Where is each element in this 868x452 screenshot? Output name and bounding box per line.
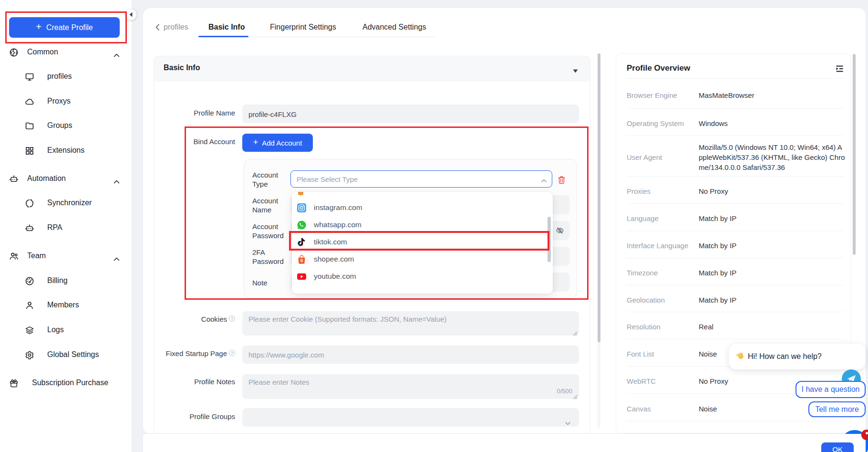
svg-text:S: S: [300, 258, 303, 263]
